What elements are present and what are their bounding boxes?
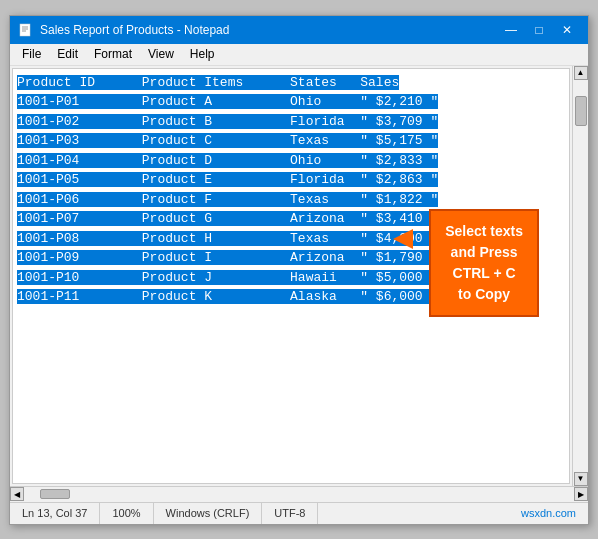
tooltip-line3: CTRL + C <box>453 265 516 281</box>
h-scroll-thumb[interactable] <box>40 489 70 499</box>
editor-area: Product ID Product Items States Sales 10… <box>10 66 588 486</box>
scroll-thumb[interactable] <box>575 96 587 126</box>
scroll-down-button[interactable]: ▼ <box>574 472 588 486</box>
window-title: Sales Report of Products - Notepad <box>40 23 498 37</box>
status-bar: Ln 13, Col 37 100% Windows (CRLF) UTF-8 … <box>10 502 588 524</box>
scroll-up-button[interactable]: ▲ <box>574 66 588 80</box>
app-icon <box>18 22 34 38</box>
encoding: UTF-8 <box>262 503 318 524</box>
menu-format[interactable]: Format <box>86 45 140 63</box>
tooltip-box: Select texts and Press CTRL + C to Copy <box>429 209 539 317</box>
notepad-window: Sales Report of Products - Notepad — □ ✕… <box>9 15 589 525</box>
zoom-level: 100% <box>100 503 153 524</box>
menu-view[interactable]: View <box>140 45 182 63</box>
cursor-position: Ln 13, Col 37 <box>10 503 100 524</box>
menu-edit[interactable]: Edit <box>49 45 86 63</box>
minimize-button[interactable]: — <box>498 20 524 40</box>
close-button[interactable]: ✕ <box>554 20 580 40</box>
maximize-button[interactable]: □ <box>526 20 552 40</box>
menu-bar: File Edit Format View Help <box>10 44 588 66</box>
menu-file[interactable]: File <box>14 45 49 63</box>
scrollbar-horizontal[interactable]: ◀ ▶ <box>10 486 588 502</box>
brand: wsxdn.com <box>509 503 588 524</box>
tooltip-line1: Select texts <box>445 223 523 239</box>
window-controls: — □ ✕ <box>498 20 580 40</box>
scroll-right-button[interactable]: ▶ <box>574 487 588 501</box>
tooltip-line4: to Copy <box>458 286 510 302</box>
title-bar: Sales Report of Products - Notepad — □ ✕ <box>10 16 588 44</box>
line-ending: Windows (CRLF) <box>154 503 263 524</box>
tooltip-line2: and Press <box>451 244 518 260</box>
svg-rect-0 <box>20 24 30 36</box>
scroll-left-button[interactable]: ◀ <box>10 487 24 501</box>
text-editor[interactable]: Product ID Product Items States Sales 10… <box>12 68 570 484</box>
menu-help[interactable]: Help <box>182 45 223 63</box>
tooltip-arrow <box>393 229 413 249</box>
scrollbar-vertical[interactable]: ▲ ▼ <box>572 66 588 486</box>
